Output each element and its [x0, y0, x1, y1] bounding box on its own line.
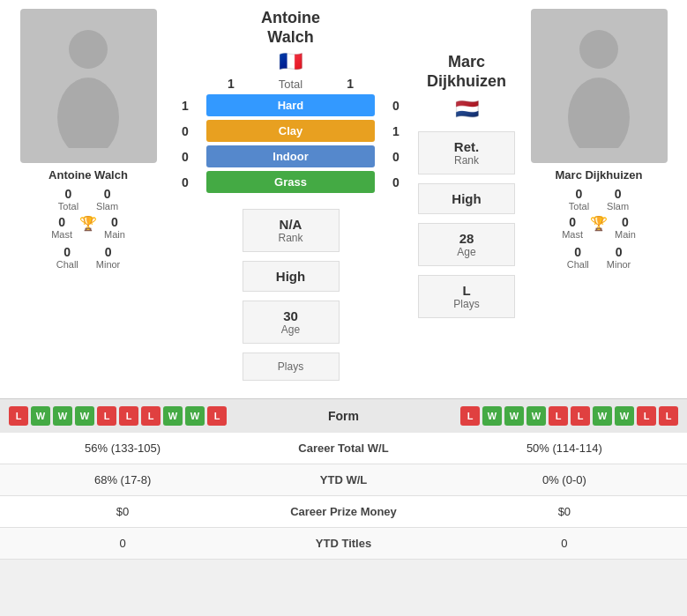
form-badge-p1: L: [9, 406, 28, 426]
stat-p2-value: 0: [442, 528, 687, 560]
indoor-row: 0 Indoor 0: [168, 145, 414, 167]
player1-chall: 0 Chall: [56, 245, 78, 270]
form-badge-p1: W: [75, 406, 94, 426]
trophy-icon-p1: 🏆: [79, 215, 97, 240]
player2-stats-row3: 0 Chall 0 Minor: [567, 245, 631, 270]
stat-label: Career Prize Money: [245, 496, 442, 528]
player1-mast: 0 Mast: [51, 215, 72, 240]
player1-flag: 🇫🇷: [279, 50, 302, 73]
svg-point-0: [69, 30, 108, 69]
form-label: Form: [291, 409, 397, 423]
svg-point-3: [568, 78, 630, 148]
form-badge-p1: W: [31, 406, 50, 426]
hard-badge: Hard: [206, 94, 375, 116]
player1-stats-row1: 0 Total 0 Slam: [58, 187, 118, 212]
indoor-p1: 0: [168, 150, 203, 164]
form-badge-p1: W: [163, 406, 183, 426]
player2-minor: 0 Minor: [607, 245, 631, 270]
player1-plays-label: Plays: [258, 360, 325, 373]
stat-p2-value: $0: [442, 496, 687, 528]
player2-name: Marc Dijkhuizen: [556, 168, 643, 182]
player1-high-value: High: [258, 269, 325, 284]
player2-main: 0 Main: [615, 215, 636, 240]
player1-minor: 0 Minor: [96, 245, 121, 270]
svg-point-1: [57, 78, 119, 148]
player2-mast: 0 Mast: [562, 215, 583, 240]
total-label: Total: [279, 78, 302, 91]
stat-label: Career Total W/L: [245, 433, 442, 464]
form-badge-p2: W: [526, 406, 546, 426]
player2-plays-value: L: [433, 283, 500, 298]
player1-name: Antoine Walch: [49, 168, 128, 182]
player2-age-box: 28 Age: [418, 223, 515, 266]
form-badge-p1: L: [119, 406, 138, 426]
player1-plays-box: Plays: [243, 353, 340, 381]
player2-high-value: High: [433, 191, 500, 206]
clay-row: 0 Clay 1: [168, 120, 414, 142]
stat-p2-value: 0% (0-0): [442, 464, 687, 496]
clay-p2: 1: [378, 124, 414, 138]
player1-rank-value: N/A: [258, 217, 325, 232]
player2-stats-row2: 0 Mast 🏆 0 Main: [562, 215, 636, 240]
stats-row: $0 Career Prize Money $0: [0, 496, 687, 528]
player2-slam: 0 Slam: [607, 187, 629, 212]
stat-p2-value: 50% (114-114): [442, 433, 687, 464]
stats-row: 0 YTD Titles 0: [0, 528, 687, 560]
form-section: LWWWLLLWWL Form LWWWLLWWLL: [0, 398, 687, 433]
player1-photo: [20, 9, 157, 163]
form-badge-p1: W: [53, 406, 72, 426]
hard-p2: 0: [378, 99, 414, 113]
form-badge-p2: W: [482, 406, 502, 426]
grass-p2: 0: [378, 175, 414, 189]
form-badge-p1: L: [207, 406, 227, 426]
clay-p1: 0: [168, 124, 203, 138]
stats-row: 56% (133-105) Career Total W/L 50% (114-…: [0, 433, 687, 464]
hard-p1: 1: [168, 99, 203, 113]
stats-table: 56% (133-105) Career Total W/L 50% (114-…: [0, 433, 687, 560]
form-badge-p1: L: [141, 406, 161, 426]
player2-stats-row1: 0 Total 0 Slam: [569, 187, 629, 212]
right-stats-column: MarcDijkhuizen 🇳🇱 Ret. Rank High 28 Age …: [414, 9, 519, 381]
form-badge-p1: L: [97, 406, 116, 426]
stat-p1-value: $0: [0, 496, 245, 528]
form-badge-p2: L: [549, 406, 568, 426]
center-column: AntoineWalch 🇫🇷 1 Total 1 1 Hard 0 0 Cla…: [168, 9, 414, 381]
player2-form: LWWWLLWWLL: [397, 406, 679, 426]
surfaces-section: 1 Hard 0 0 Clay 1 0 Indoor 0 0 Grass: [168, 94, 414, 197]
player1-card: Antoine Walch 0 Total 0 Slam 0 Mast 🏆: [9, 9, 168, 381]
player2-age-value: 28: [433, 231, 500, 246]
form-badge-p2: L: [637, 406, 656, 426]
trophy-icon-p2: 🏆: [590, 215, 608, 240]
player2-plays-label: Plays: [433, 298, 500, 310]
form-badge-p2: L: [460, 406, 480, 426]
player1-age-value: 30: [258, 308, 325, 323]
player2-age-label: Age: [433, 246, 500, 258]
player2-high-box: High: [418, 183, 515, 214]
player2-rank-value: Ret.: [433, 139, 500, 154]
indoor-badge: Indoor: [206, 145, 375, 167]
player2-total: 0 Total: [569, 187, 589, 212]
stat-p1-value: 0: [0, 528, 245, 560]
player1-silhouette: [49, 25, 128, 148]
player2-chall: 0 Chall: [567, 245, 589, 270]
indoor-p2: 0: [378, 150, 414, 164]
player2-flag: 🇳🇱: [455, 98, 479, 121]
player1-name-top: AntoineWalch: [261, 9, 320, 47]
player1-form: LWWWLLLWWL: [9, 406, 291, 426]
player2-card: Marc Dijkhuizen 0 Total 0 Slam 0 Mast 🏆: [519, 9, 678, 381]
player1-high-box: High: [243, 261, 340, 292]
player1-stats-row2: 0 Mast 🏆 0 Main: [51, 215, 125, 240]
form-badge-p2: W: [504, 406, 524, 426]
player2-silhouette: [559, 25, 638, 148]
player1-rank-box: N/A Rank: [243, 209, 340, 252]
total-row: 1 Total 1: [168, 77, 414, 91]
player2-rank-label: Rank: [433, 154, 500, 167]
player2-plays-box: L Plays: [418, 275, 515, 318]
stat-p1-value: 56% (133-105): [0, 433, 245, 464]
form-badge-p2: L: [659, 406, 678, 426]
grass-row: 0 Grass 0: [168, 171, 414, 193]
player2-name-top: MarcDijkhuizen: [427, 53, 506, 91]
player2-rank-box: Ret. Rank: [418, 131, 515, 174]
total-p2: 1: [347, 77, 354, 91]
stat-label: YTD W/L: [245, 464, 442, 496]
